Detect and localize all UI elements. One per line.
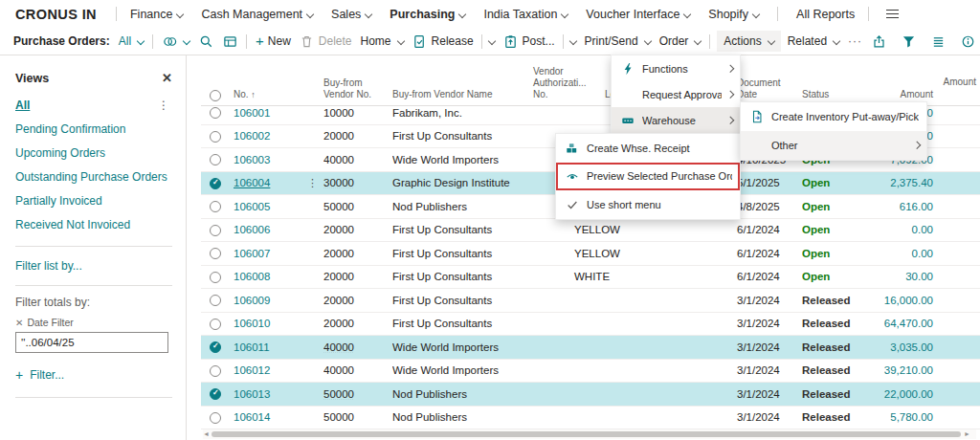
remove-filter-icon[interactable]: ✕ — [15, 318, 23, 328]
row-select-circle[interactable] — [210, 225, 221, 236]
menu-item-preview-selected-purchase-orders[interactable]: Preview Selected Purchase Orders — [556, 163, 740, 191]
order-no-link[interactable]: 106014 — [234, 411, 270, 423]
row-select-circle[interactable] — [210, 131, 221, 143]
nav-item-india-taxation[interactable]: India Taxation — [483, 8, 568, 21]
row-select-circle[interactable] — [210, 154, 221, 165]
nav-item-cash-management[interactable]: Cash Management — [201, 8, 313, 21]
close-icon[interactable]: ✕ — [162, 71, 172, 85]
row-select-circle[interactable] — [210, 388, 221, 400]
search-button[interactable] — [198, 33, 213, 49]
post-button[interactable]: Post... — [503, 33, 576, 49]
view-options-icon[interactable]: ⋮ — [155, 99, 172, 112]
table-row[interactable]: 106009⋮ 20000 First Up Consultants 3/1/2… — [201, 289, 980, 313]
menu-item-create-whse-receipt[interactable]: Create Whse. Receipt — [556, 134, 740, 163]
table-row[interactable]: 106007⋮ 20000 First Up Consultants YELLO… — [201, 242, 980, 266]
order-no-link[interactable]: 106010 — [234, 318, 270, 329]
amount-link[interactable]: 3,035.00 — [890, 341, 933, 353]
column-header-no[interactable]: No. ↑ — [234, 89, 323, 100]
select-all-circle[interactable] — [201, 89, 234, 100]
order-no-link[interactable]: 106012 — [234, 364, 270, 376]
menu-item-other[interactable]: Other — [741, 131, 926, 160]
column-header-amount[interactable]: Amount — [861, 89, 935, 100]
view-item-received-not-invoiced[interactable]: Received Not Invoiced — [15, 212, 172, 236]
release-button[interactable]: Release — [412, 33, 495, 49]
row-select-circle[interactable] — [210, 201, 221, 212]
menu-item-warehouse[interactable]: Warehouse — [612, 107, 740, 133]
new-button[interactable]: +New — [256, 34, 291, 48]
amount-link[interactable]: 0.00 — [912, 224, 933, 235]
amount-link[interactable]: 2,375.40 — [890, 177, 933, 188]
filter-funnel-icon[interactable] — [901, 33, 916, 49]
nav-item-shopify[interactable]: Shopify — [708, 8, 759, 21]
row-select-circle[interactable] — [210, 295, 221, 306]
order-no-link[interactable]: 106001 — [234, 107, 270, 119]
menu-item-create-inventory-put-away-pick[interactable]: Create Inventory Put-away/Pick... — [741, 102, 926, 131]
row-select-circle[interactable] — [210, 319, 221, 330]
column-header-document-date[interactable]: DocumentDate — [737, 77, 802, 100]
table-row[interactable]: 106006⋮ 20000 First Up Consultants YELLO… — [201, 219, 980, 243]
menu-item-use-short-menu[interactable]: Use short menu — [556, 190, 740, 219]
row-select-circle[interactable] — [210, 412, 221, 424]
row-select-circle[interactable] — [210, 341, 221, 353]
menu-item-functions[interactable]: Functions — [612, 55, 740, 81]
amount-link[interactable]: 64,470.00 — [884, 318, 933, 329]
company-name[interactable]: CRONUS IN — [15, 7, 97, 22]
amount-link[interactable]: 0.00 — [912, 248, 933, 259]
horizontal-scrollbar[interactable]: ◄ ► — [203, 429, 976, 439]
view-item-partially-invoiced[interactable]: Partially Invoiced — [15, 188, 172, 212]
scroll-right-arrow-icon[interactable]: ► — [964, 430, 970, 437]
analysis-mode-button[interactable] — [162, 33, 189, 49]
related-menu[interactable]: Related — [788, 34, 839, 48]
order-no-link[interactable]: 106003 — [234, 154, 270, 165]
nav-item-sales[interactable]: Sales — [331, 8, 371, 21]
scrollbar-thumb[interactable] — [212, 431, 961, 437]
list-view-icon[interactable] — [930, 33, 946, 49]
open-in-excel-button[interactable] — [222, 33, 237, 49]
nav-item-purchasing[interactable]: Purchasing — [390, 8, 465, 21]
info-icon[interactable] — [960, 33, 975, 49]
filter-list-by-link[interactable]: Filter list by... — [15, 256, 172, 275]
view-item-pending-confirmation[interactable]: Pending Confirmation — [15, 117, 172, 141]
share-icon[interactable] — [871, 33, 886, 49]
amount-link[interactable]: 5,780.00 — [890, 411, 933, 423]
amount-link[interactable]: 39,210.00 — [884, 364, 933, 376]
table-row[interactable]: 106014⋮ 50000 Nod Publishers 3/1/2024 Re… — [201, 407, 980, 430]
row-select-circle[interactable] — [210, 248, 221, 259]
column-header-vendor-no[interactable]: Buy-fromVendor No. — [323, 77, 392, 100]
order-no-link[interactable]: 106004 — [234, 177, 270, 188]
more-options-button[interactable]: ··· — [848, 34, 862, 48]
nav-item-voucher-interface[interactable]: Voucher Interface — [586, 8, 690, 21]
order-no-link[interactable]: 106002 — [234, 130, 270, 142]
row-kebab-icon[interactable]: ⋮ — [307, 177, 318, 189]
amount-link[interactable]: 22,000.00 — [884, 388, 933, 400]
print-send-menu[interactable]: Print/Send — [585, 34, 651, 48]
row-select-circle[interactable] — [210, 178, 221, 189]
amount-link[interactable]: 616.00 — [900, 201, 933, 212]
amount-link[interactable]: 16,000.00 — [884, 295, 933, 306]
order-no-link[interactable]: 106007 — [234, 248, 270, 259]
nav-item-all-reports[interactable]: All Reports — [796, 8, 855, 21]
view-item-outstanding-purchase-orders[interactable]: Outstanding Purchase Orders — [15, 165, 172, 188]
table-row[interactable]: 106012⋮ 40000 Wide World Importers 3/1/2… — [201, 360, 980, 384]
order-no-link[interactable]: 106009 — [234, 295, 270, 306]
column-header-vendor-authorization[interactable]: VendorAuthorizati...No. — [533, 66, 570, 100]
menu-item-request-approval[interactable]: Request Approval — [612, 81, 740, 107]
nav-item-finance[interactable]: Finance — [130, 8, 183, 21]
row-select-circle[interactable] — [210, 272, 221, 283]
delete-button[interactable]: Delete — [300, 33, 352, 49]
view-item-all[interactable]: All⋮ — [15, 93, 172, 117]
column-header-status[interactable]: Status — [802, 89, 861, 100]
table-row[interactable]: 106008⋮ 20000 First Up Consultants WHITE… — [201, 266, 980, 290]
scroll-left-arrow-icon[interactable]: ◄ — [203, 430, 210, 437]
view-selector[interactable]: All — [119, 34, 144, 48]
date-filter-input[interactable] — [15, 332, 168, 353]
table-row[interactable]: 106010⋮ 20000 First Up Consultants 3/1/2… — [201, 313, 980, 337]
row-select-circle[interactable] — [210, 107, 221, 119]
order-no-link[interactable]: 106005 — [234, 201, 270, 212]
order-no-link[interactable]: 106011 — [234, 341, 270, 353]
home-menu[interactable]: Home — [361, 34, 404, 48]
order-no-link[interactable]: 106006 — [234, 224, 270, 235]
table-row[interactable]: 106011⋮ 40000 Wide World Importers 3/1/2… — [201, 336, 980, 360]
table-row[interactable]: 106013⋮ 50000 Nod Publishers 3/1/2024 Re… — [201, 383, 980, 407]
row-select-circle[interactable] — [210, 365, 221, 377]
